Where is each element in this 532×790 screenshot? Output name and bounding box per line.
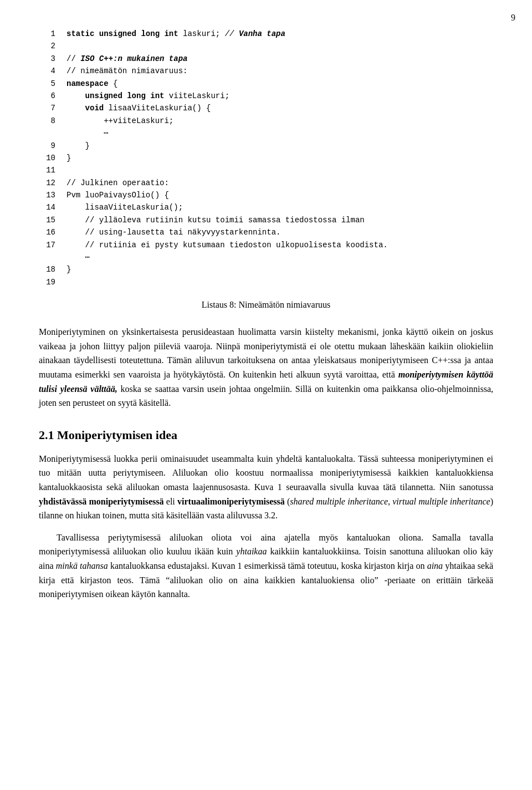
line-number: 2 <box>39 40 55 52</box>
line-number: 9 <box>39 140 55 152</box>
line-number: 6 <box>39 90 55 102</box>
code-text: // rutiinia ei pysty kutsumaan tiedoston… <box>66 239 388 251</box>
code-text: // using-lausetta tai näkyvyystarkennint… <box>66 226 280 238</box>
code-text: void lisaaViiteLaskuria() { <box>66 102 211 114</box>
line-number: 18 <box>39 263 55 276</box>
code-line-5: 5 namespace { <box>39 78 493 90</box>
code-line-10: 10 } <box>39 152 493 164</box>
code-line-15: 15 // ylläoleva rutiinin kutsu toimii sa… <box>39 214 493 226</box>
code-text: unsigned long int viiteLaskuri; <box>66 90 229 102</box>
code-line-18: 18 } <box>39 263 493 276</box>
code-text: } <box>66 263 71 276</box>
code-line-16: 16 // using-lausetta tai näkyvyystarkenn… <box>39 226 493 238</box>
code-text: lisaaViiteLaskuria(); <box>66 201 183 213</box>
code-line-17b: ⋯ <box>39 251 493 263</box>
code-line-6: 6 unsigned long int viiteLaskuri; <box>39 90 493 102</box>
code-text: } <box>66 140 90 152</box>
code-text: namespace { <box>66 78 117 90</box>
code-line-8b: ⋯ <box>39 127 493 139</box>
line-number: 5 <box>39 78 55 90</box>
line-number: 13 <box>39 189 55 201</box>
code-line-1: 1 static unsigned long int laskuri; // V… <box>39 28 493 40</box>
line-number: 12 <box>39 177 55 189</box>
line-number: 1 <box>39 28 55 40</box>
code-line-14: 14 lisaaViiteLaskuria(); <box>39 201 493 213</box>
line-number: 10 <box>39 152 55 164</box>
code-line-8: 8 ++viiteLaskuri; <box>39 115 493 127</box>
code-block: 1 static unsigned long int laskuri; // V… <box>39 28 493 288</box>
line-number: 4 <box>39 65 55 77</box>
code-text: ⋯ <box>66 251 90 263</box>
line-number: 8 <box>39 115 55 127</box>
code-text: static unsigned long int laskuri; // Van… <box>66 28 285 40</box>
code-text: Pvm luoPaivaysOlio() { <box>66 189 169 201</box>
page-number: 9 <box>511 11 515 24</box>
code-line-3: 3 // ISO C++:n mukainen tapa <box>39 53 493 65</box>
code-line-7: 7 void lisaaViiteLaskuria() { <box>39 102 493 114</box>
code-line-2: 2 <box>39 40 493 52</box>
code-text: // Julkinen operaatio: <box>66 177 169 189</box>
line-number: 3 <box>39 53 55 65</box>
code-line-11: 11 <box>39 164 493 176</box>
paragraph-2: Moniperiytymisessä luokka perii ominaisu… <box>39 452 493 523</box>
section-heading-2-1: 2.1 Moniperiytymisen idea <box>39 426 493 444</box>
line-number: 15 <box>39 214 55 226</box>
line-number: 17 <box>39 239 55 251</box>
line-number: 7 <box>39 102 55 114</box>
code-text: ++viiteLaskuri; <box>66 115 173 127</box>
code-text: // ylläoleva rutiinin kutsu toimii samas… <box>66 214 365 226</box>
line-number: 16 <box>39 226 55 238</box>
code-line-13: 13 Pvm luoPaivaysOlio() { <box>39 189 493 201</box>
code-line-9: 9 } <box>39 140 493 152</box>
code-text: // nimeämätön nimiavaruus: <box>66 65 187 77</box>
code-line-19: 19 <box>39 276 493 288</box>
code-text: ⋯ <box>66 127 109 139</box>
code-text: } <box>66 152 71 164</box>
line-number: 19 <box>39 276 55 288</box>
code-line-12: 12 // Julkinen operaatio: <box>39 177 493 189</box>
code-text: // ISO C++:n mukainen tapa <box>66 53 187 65</box>
paragraph-3: Tavallisessa periytymisessä aliluokan ol… <box>39 531 493 602</box>
code-line-17: 17 // rutiinia ei pysty kutsumaan tiedos… <box>39 239 493 251</box>
code-line-4: 4 // nimeämätön nimiavaruus: <box>39 65 493 77</box>
listing-caption: Listaus 8: Nimeämätön nimiavaruus <box>39 298 493 312</box>
paragraph-1: Moniperiytyminen on yksinkertaisesta per… <box>39 325 493 410</box>
line-number: 14 <box>39 201 55 213</box>
line-number: 11 <box>39 164 55 176</box>
